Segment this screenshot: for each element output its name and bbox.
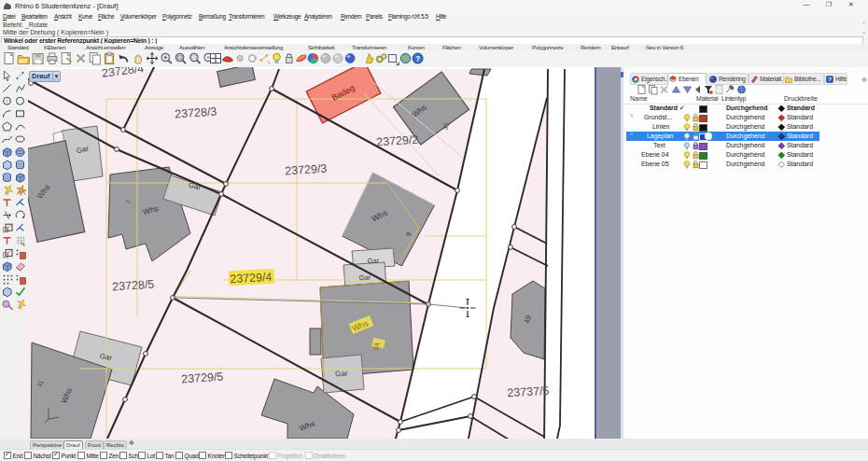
svg-text:?: ? [828,77,832,82]
svg-text:Gar: Gar [367,257,379,266]
svg-text:?: ? [415,54,420,63]
svg-text:Gar: Gar [335,370,348,379]
svg-text:23729/4: 23729/4 [230,271,273,286]
svg-text:23737/5: 23737/5 [507,384,550,399]
svg-text:Gar: Gar [358,273,371,283]
